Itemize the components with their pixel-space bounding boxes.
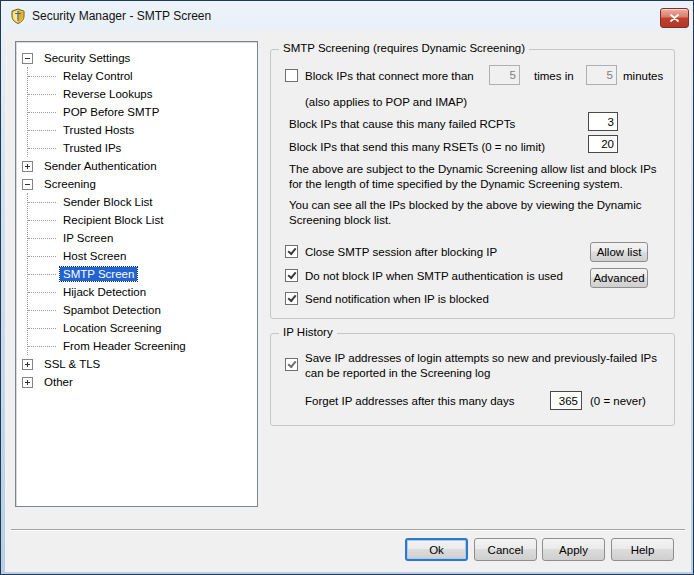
no-block-auth-label: Do not block IP when SMTP authentication… [305,270,563,282]
tree-item-from-header-screening[interactable]: From Header Screening [28,337,257,355]
save-ips-label-line1: Save IP addresses of login attempts so n… [305,352,657,364]
block-connect-checkbox[interactable] [285,69,298,82]
tree-connector [28,94,56,95]
tree-item-host-screen[interactable]: Host Screen [28,247,257,265]
allow-list-button[interactable]: Allow list [590,242,648,262]
tree-item-hijack-detection[interactable]: Hijack Detection [28,283,257,301]
dialog-client-area: Security Settings Relay Control Reverse … [5,31,691,572]
tree-item-smtp-screen[interactable]: SMTP Screen [28,265,257,283]
blocked-ips-note-line1: You can see all the IPs blocked by the a… [289,199,641,211]
ok-button-label: Ok [429,544,444,556]
close-session-label: Close SMTP session after blocking IP [305,246,497,258]
tree-item-security-settings[interactable]: Security Settings [16,49,257,67]
dialog-window: Security Manager - SMTP Screen Security … [0,0,694,575]
forget-days-input[interactable] [550,391,582,410]
tree-item-label[interactable]: SSL & TLS [41,357,103,371]
tree-connector [28,130,56,131]
rcpt-count-input[interactable] [588,112,618,131]
tree-connector [28,202,56,203]
tree-connector [28,112,56,113]
no-block-auth-checkbox[interactable] [285,269,298,282]
dynamic-screening-note-line2: for the length of time specified by the … [289,178,623,190]
tree-item-spambot-detection[interactable]: Spambot Detection [28,301,257,319]
collapse-icon[interactable] [22,53,33,64]
tree-connector [28,274,56,275]
tree-item-screening[interactable]: Screening [16,175,257,193]
tree-connector [28,148,56,149]
tree-item-label[interactable]: Sender Block List [60,195,156,209]
tree-item-label[interactable]: POP Before SMTP [60,105,162,119]
ok-button[interactable]: Ok [405,538,468,561]
also-applies-note: (also applies to POP and IMAP) [305,96,467,108]
tree-item-recipient-block-list[interactable]: Recipient Block List [28,211,257,229]
tree-item-sender-block-list[interactable]: Sender Block List [28,193,257,211]
expand-icon[interactable] [22,161,33,172]
tree-branch: Relay Control Reverse Lookups POP Before… [27,67,257,157]
advanced-button-label: Advanced [593,272,644,284]
tree-item-label[interactable]: Host Screen [60,249,129,263]
tree-item-ip-screen[interactable]: IP Screen [28,229,257,247]
settings-tree: Security Settings Relay Control Reverse … [15,41,258,507]
tree-connector [28,238,56,239]
tree-item-label[interactable]: Spambot Detection [60,303,164,317]
close-session-checkbox[interactable] [285,245,298,258]
tree-connector [28,346,56,347]
tree-item-label[interactable]: Hijack Detection [60,285,149,299]
tree-item-label[interactable]: Security Settings [41,51,133,65]
tree-item-label[interactable]: Other [41,375,76,389]
tree-item-trusted-ips[interactable]: Trusted IPs [28,139,257,157]
security-shield-icon [10,8,26,24]
close-icon [670,14,679,22]
footer-separator [11,529,685,531]
tree-item-relay-control[interactable]: Relay Control [28,67,257,85]
tree-item-label[interactable]: IP Screen [60,231,116,245]
rset-count-input[interactable] [588,135,618,153]
tree-connector [28,310,56,311]
cancel-button[interactable]: Cancel [474,538,537,561]
rcpt-label: Block IPs that cause this many failed RC… [289,118,515,130]
send-notification-checkbox[interactable] [285,292,298,305]
tree-item-sender-authentication[interactable]: Sender Authentication [16,157,257,175]
expand-icon[interactable] [22,377,33,388]
tree-connector [28,256,56,257]
allow-list-button-label: Allow list [597,246,642,258]
tree-item-label[interactable]: Recipient Block List [60,213,166,227]
advanced-button[interactable]: Advanced [590,268,648,288]
save-ips-checkbox[interactable] [285,358,298,371]
apply-button-label: Apply [559,544,588,556]
tree-item-location-screening[interactable]: Location Screening [28,319,257,337]
tree-item-label[interactable]: From Header Screening [60,339,189,353]
group-title: SMTP Screening (requires Dynamic Screeni… [279,42,529,54]
tree-item-other[interactable]: Other [16,373,257,391]
tree-item-label[interactable]: Reverse Lookups [60,87,156,101]
tree-connector [28,292,56,293]
tree-item-trusted-hosts[interactable]: Trusted Hosts [28,121,257,139]
help-button[interactable]: Help [611,538,674,561]
tree-item-label[interactable]: Screening [41,177,99,191]
tree-item-label-selected[interactable]: SMTP Screen [60,267,137,281]
minutes-label: minutes [623,70,663,82]
save-ips-label-line2: can be reported in the Screening log [305,367,490,379]
collapse-icon[interactable] [22,179,33,190]
help-button-label: Help [631,544,655,556]
tree-item-label[interactable]: Trusted Hosts [60,123,137,137]
tree-item-pop-before-smtp[interactable]: POP Before SMTP [28,103,257,121]
tree-branch: Sender Block List Recipient Block List I… [27,193,257,355]
expand-icon[interactable] [22,359,33,370]
tree-connector [28,328,56,329]
tree-connector [28,220,56,221]
apply-button[interactable]: Apply [542,538,605,561]
tree-item-label[interactable]: Location Screening [60,321,164,335]
tree-item-label[interactable]: Sender Authentication [41,159,160,173]
connect-times-input [489,65,520,85]
smtp-screening-group: SMTP Screening (requires Dynamic Screeni… [270,49,675,319]
tree-connector [28,76,56,77]
blocked-ips-note-line2: Screening block list. [289,214,391,226]
titlebar[interactable]: Security Manager - SMTP Screen [1,1,693,31]
tree-item-reverse-lookups[interactable]: Reverse Lookups [28,85,257,103]
close-button[interactable] [660,8,689,28]
tree-item-ssl-tls[interactable]: SSL & TLS [16,355,257,373]
tree-item-label[interactable]: Trusted IPs [60,141,124,155]
forget-days-label: Forget IP addresses after this many days [305,395,514,407]
tree-item-label[interactable]: Relay Control [60,69,136,83]
